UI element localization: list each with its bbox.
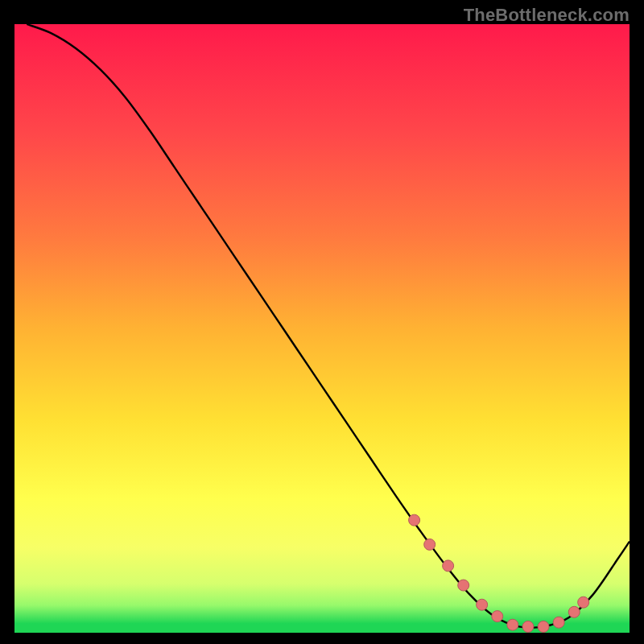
highlight-dot	[477, 599, 488, 610]
watermark-label: TheBottleneck.com	[464, 5, 630, 26]
highlight-dot	[443, 560, 454, 572]
highlight-dot	[522, 621, 534, 632]
highlight-dot	[568, 606, 580, 617]
chart-frame: TheBottleneck.com	[0, 0, 644, 644]
highlight-dot	[409, 514, 420, 526]
plot-area	[14, 24, 630, 633]
highlight-dot	[492, 611, 503, 622]
highlight-dot	[538, 621, 549, 632]
highlight-dot	[458, 580, 469, 591]
highlight-dot	[507, 619, 518, 630]
highlighted-points	[14, 24, 630, 633]
highlight-dot	[553, 617, 564, 628]
highlight-dot	[424, 539, 436, 550]
highlight-dot	[578, 597, 589, 608]
